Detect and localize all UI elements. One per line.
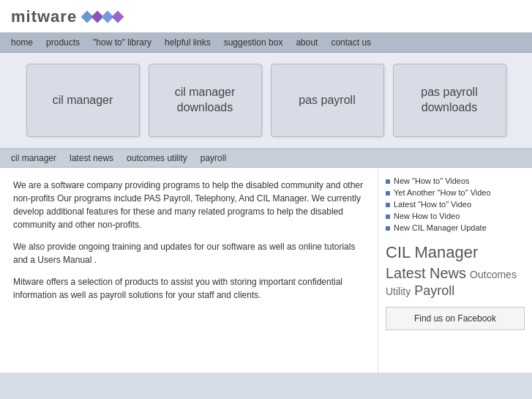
subnav-cil-manager[interactable]: cil manager bbox=[11, 153, 56, 163]
logo-text: mitware bbox=[11, 7, 77, 26]
news-item-label: New How to Video bbox=[394, 212, 460, 220]
news-item-label: New CIL Manager Update bbox=[394, 223, 487, 232]
nav-about[interactable]: about bbox=[296, 37, 318, 48]
content-right: New "How to" Videos Yet Another "How to"… bbox=[378, 168, 532, 373]
big-payroll[interactable]: Payroll bbox=[414, 283, 454, 298]
hero-pas-payroll[interactable]: pas payroll bbox=[271, 64, 384, 137]
big-utility[interactable]: Utility bbox=[386, 286, 411, 297]
content-left: We are a software company providing prog… bbox=[0, 168, 378, 373]
nav-products[interactable]: products bbox=[46, 37, 80, 48]
big-cil-manager[interactable]: CIL Manager bbox=[386, 243, 478, 261]
hero-cil-manager[interactable]: cil manager bbox=[26, 64, 140, 137]
news-item-5: New CIL Manager Update bbox=[386, 223, 525, 232]
subnav-latest-news[interactable]: latest news bbox=[70, 153, 113, 163]
subnav-payroll[interactable]: payroll bbox=[201, 153, 226, 163]
nav-helpful[interactable]: helpful links bbox=[165, 37, 211, 48]
big-link-area: CIL Manager Latest News Outcomes Utility… bbox=[386, 242, 525, 299]
content-para1: We are a software company providing prog… bbox=[13, 179, 364, 231]
hero-cil-manager-downloads[interactable]: cil manager downloads bbox=[149, 64, 262, 137]
news-bullet-icon bbox=[386, 191, 390, 195]
content-para3: Mitware offers a selection of products t… bbox=[13, 275, 364, 302]
news-bullet-icon bbox=[386, 179, 390, 184]
nav-home[interactable]: home bbox=[11, 37, 33, 48]
news-item-2: Yet Another "How to" Video bbox=[386, 188, 525, 197]
news-item-4: New How to Video bbox=[386, 212, 525, 220]
facebook-label: Find us on Facebook bbox=[414, 313, 496, 324]
news-item-label: New "How to" Videos bbox=[394, 176, 470, 185]
hero-pas-payroll-downloads[interactable]: pas payroll downloads bbox=[393, 64, 506, 137]
big-outcomes[interactable]: Outcomes bbox=[470, 269, 517, 280]
news-list: New "How to" Videos Yet Another "How to"… bbox=[386, 176, 525, 232]
main-content: We are a software company providing prog… bbox=[0, 168, 532, 373]
nav-contact[interactable]: contact us bbox=[331, 37, 371, 48]
hero-section: cil manager cil manager downloads pas pa… bbox=[0, 53, 532, 149]
news-bullet-icon bbox=[386, 203, 390, 207]
news-bullet-icon bbox=[386, 215, 390, 219]
nav-suggestion[interactable]: suggestion box bbox=[224, 37, 283, 48]
facebook-box[interactable]: Find us on Facebook bbox=[386, 307, 525, 330]
big-latest-news[interactable]: Latest News bbox=[386, 265, 466, 281]
news-item-label: Yet Another "How to" Video bbox=[394, 188, 491, 197]
diamond-icon-4 bbox=[112, 11, 124, 23]
nav: home products "how to" library helpful l… bbox=[0, 33, 532, 53]
news-bullet-icon bbox=[386, 226, 390, 231]
content-para2: We also provide ongoing training and upd… bbox=[13, 240, 364, 266]
news-item-3: Latest "How to" Video bbox=[386, 200, 525, 209]
subnav: cil manager latest news outcomes utility… bbox=[0, 149, 532, 168]
logo-diamonds bbox=[83, 12, 122, 21]
subnav-outcomes[interactable]: outcomes utility bbox=[127, 153, 187, 163]
news-item-1: New "How to" Videos bbox=[386, 176, 525, 185]
news-item-label: Latest "How to" Video bbox=[394, 200, 471, 209]
header: mitware bbox=[0, 0, 532, 33]
nav-howto[interactable]: "how to" library bbox=[93, 37, 151, 48]
